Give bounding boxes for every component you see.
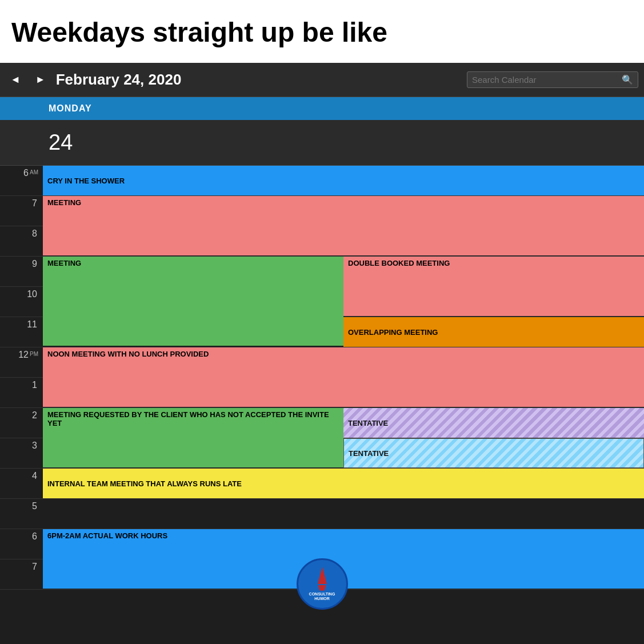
day-name-label: MONDAY [49, 103, 92, 114]
time-label-1: 1 [0, 378, 43, 407]
event-double-booked[interactable]: DOUBLE BOOKED MEETING [343, 257, 644, 316]
time-label-2: 2 [0, 408, 43, 438]
time-row-12: 12PM NOON MEETING WITH NO LUNCH PROVIDED [0, 347, 644, 378]
search-input[interactable] [472, 75, 622, 85]
time-row-6pm: 6 6PM-2AM ACTUAL WORK HOURS [0, 529, 644, 559]
time-slot-12: NOON MEETING WITH NO LUNCH PROVIDED [43, 347, 644, 377]
event-meeting2[interactable]: MEETING [43, 257, 343, 346]
time-label-7: 7 [0, 196, 43, 226]
time-label-8: 8 [0, 226, 43, 256]
time-label-7pm: 7 [0, 559, 43, 589]
time-row-9: 9 MEETING DOUBLE BOOKED MEETING [0, 257, 644, 287]
search-box[interactable]: 🔍 [467, 71, 638, 88]
event-actual-work[interactable]: 6PM-2AM ACTUAL WORK HOURS [43, 529, 644, 589]
search-icon: 🔍 [622, 74, 633, 85]
date-number-label: 24 [49, 130, 73, 155]
nav-prev-button[interactable]: ◄ [6, 71, 25, 88]
time-label-6pm: 6 [0, 529, 43, 559]
event-client-meeting[interactable]: MEETING REQUESTED BY THE CLIENT WHO HAS … [43, 408, 343, 467]
date-number-row: 24 [0, 120, 644, 166]
time-slot-4: INTERNAL TEAM MEETING THAT ALWAYS RUNS L… [43, 469, 644, 498]
time-slot-1 [43, 378, 644, 407]
current-date-label: February 24, 2020 [56, 71, 461, 89]
time-label-10: 10 [0, 287, 43, 317]
time-label-3: 3 [0, 438, 43, 468]
event-cry-shower[interactable]: CRY IN THE SHOWER [43, 166, 644, 195]
time-label-4: 4 [0, 469, 43, 498]
time-label-12: 12PM [0, 347, 43, 377]
time-row-1: 1 [0, 378, 644, 408]
time-label-11: 11 [0, 317, 43, 347]
time-slot-7: MEETING [43, 196, 644, 226]
time-label-5: 5 [0, 499, 43, 529]
time-slot-6pm: 6PM-2AM ACTUAL WORK HOURS [43, 529, 644, 559]
event-meeting1[interactable]: MEETING [43, 196, 644, 255]
time-row-2: 2 MEETING REQUESTED BY THE CLIENT WHO HA… [0, 408, 644, 438]
time-row-5: 5 [0, 499, 644, 529]
time-label-6: 6AM [0, 166, 43, 195]
page-title: Weekdays straight up be like [11, 18, 387, 48]
title-bar: Weekdays straight up be like [0, 0, 644, 63]
time-slot-5 [43, 499, 644, 529]
time-row-4: 4 INTERNAL TEAM MEETING THAT ALWAYS RUNS… [0, 469, 644, 499]
event-internal-team[interactable]: INTERNAL TEAM MEETING THAT ALWAYS RUNS L… [43, 469, 644, 498]
time-slot-2: MEETING REQUESTED BY THE CLIENT WHO HAS … [43, 408, 644, 438]
time-label-9: 9 [0, 257, 43, 286]
event-overlapping[interactable]: OVERLAPPING MEETING [343, 317, 644, 347]
event-tentative2[interactable]: TENTATIVE [343, 438, 644, 468]
time-slot-6: CRY IN THE SHOWER [43, 166, 644, 195]
day-header: MONDAY [0, 97, 644, 120]
nav-next-button[interactable]: ► [31, 71, 50, 88]
time-slot-9: MEETING DOUBLE BOOKED MEETING [43, 257, 644, 286]
calendar-body: 6AM CRY IN THE SHOWER 7 MEETING 8 9 [0, 166, 644, 644]
time-row-6am: 6AM CRY IN THE SHOWER [0, 166, 644, 196]
event-tentative1[interactable]: TENTATIVE [343, 408, 644, 438]
calendar-header: ◄ ► February 24, 2020 🔍 [0, 63, 644, 97]
time-row-7: 7 MEETING [0, 196, 644, 226]
